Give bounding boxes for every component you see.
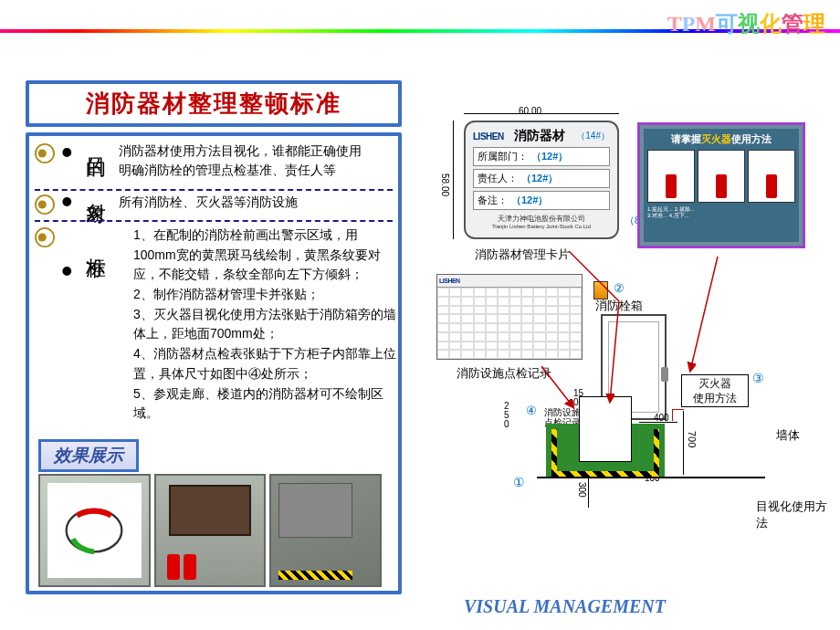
bullet-icon [35,227,55,247]
bullet-icon [35,194,55,215]
svg-point-1 [38,149,47,157]
panel-content: • • • 目的 对象 标准 消防器材使用方法目视化，谁都能正确使用 明确消防栓… [26,132,402,594]
caption-wall: 墙体 [776,427,800,444]
standards-panel: 消防器材整理整顿标准 • • • 目的 对象 标准 消防器材使用方法目视化，谁都… [26,80,402,592]
svg-point-5 [38,233,47,241]
gauge-icon [47,483,142,578]
standards-list: 1、在配制的消防栓前画出警示区域，用100mm宽的黄黑斑马线绘制，黄黑条纹要对应… [119,226,398,424]
usage-title: 请掌握灭火器使用方法 [647,132,795,146]
sheet-grid [437,288,582,359]
card-row: 所属部门：（12#） [473,147,610,166]
caption-visual: 目视化使用方法 [756,499,829,531]
effect-title-box: 效果展示 [38,439,139,472]
target-row: 所有消防栓、灭火器等消防设施 [29,193,398,215]
card-title: 消防器材 [514,128,565,144]
card-row: 责任人：（12#） [473,169,610,188]
corner-photo [269,474,382,587]
font-marker: （14#） [576,130,610,142]
purpose-row: 消防器材使用方法目视化，谁都能正确使用 明确消防栓的管理点检基准、责任人等 [29,142,398,180]
inspection-sheet: LISHEN [436,274,583,360]
marker-1: ① [513,475,525,489]
effect-title: 效果展示 [54,444,123,467]
target-text: 所有消防栓、灭火器等消防设施 [119,193,298,212]
lishen-logo: LISHEN [473,131,504,142]
extinguisher-icon [167,554,180,580]
std-item: 2、制作消防器材管理卡并张贴； [133,285,398,305]
panel-title: 消防器材整理整顿标准 [37,88,391,120]
usage-step [698,150,745,203]
dim-400: 400 [654,413,669,423]
caption-card: 消防器材管理卡片 [475,247,570,263]
dim-line [588,477,589,508]
arrow-icon [537,362,583,416]
dim-250: 250 [504,402,509,429]
std-item: 4、消防器材点检表张贴于下方柜子内部靠上位置，具体尺寸如图中④处所示； [133,344,398,383]
std-item: 1、在配制的消防栓前画出警示区域，用100mm宽的黄黑斑马线绘制，黄黑条纹要对应… [133,226,398,285]
separator [35,220,393,222]
dim-700: 700 [687,431,698,447]
management-card: LISHEN 消防器材 （14#） 所属部门：（12#） 责任人：（12#） 备… [464,121,619,239]
separator [35,189,393,191]
example-photos [38,474,382,587]
usage-step [647,150,695,203]
std-item: 3、灭火器目视化使用方法张贴于消防箱旁的墙体上，距地面700mm处； [133,305,398,344]
dim-60: 60.00 [519,106,541,116]
standard-row: 1、在配制的消防栓前画出警示区域，用100mm宽的黄黑斑马线绘制，黄黑条纹要对应… [29,226,398,424]
gauge-photo [38,474,151,587]
card-footer: 天津力神电池股份有限公司 Tianjin Lishen Battery Join… [473,214,610,229]
dim-line [683,411,684,475]
arrow-icon [681,252,754,380]
lishen-logo: LISHEN [439,278,460,284]
marker-4: ④ [526,404,537,417]
floor-line [537,477,765,478]
dim-300: 300 [577,482,587,498]
std-item: 5、参观走廊、楼道内的消防器材可不绘制区域。 [133,384,398,424]
usage-poster-photo: 请掌握灭火器使用方法 1.提起灭... 2.拔除... 3.对准... 4.压下… [637,122,805,248]
purpose-text: 消防器材使用方法目视化，谁都能正确使用 明确消防栓的管理点检基准、责任人等 [119,142,362,180]
usage-footer: 1.提起灭... 2.拔除... 3.对准... 4.压下... [647,206,795,219]
bullet-icon [35,143,55,163]
tpm-header: TPM可视化管理 [667,9,825,38]
svg-point-3 [38,200,47,208]
diagram-panel: 60.00 58.00 LISHEN 消防器材 （14#） 所属部门：（12#）… [427,100,829,575]
panel-title-box: 消防器材整理整顿标准 [26,80,402,127]
hazard-zone [546,424,665,477]
usage-step [748,150,795,203]
dim-58: 58.00 [440,173,450,196]
dim-line [453,121,454,239]
card-row: 备注：（12#） [473,191,610,210]
cabinet-photo [154,474,267,587]
footer-text: VISUAL MANAGEMENT [464,596,666,617]
extinguisher-icon [184,554,196,580]
